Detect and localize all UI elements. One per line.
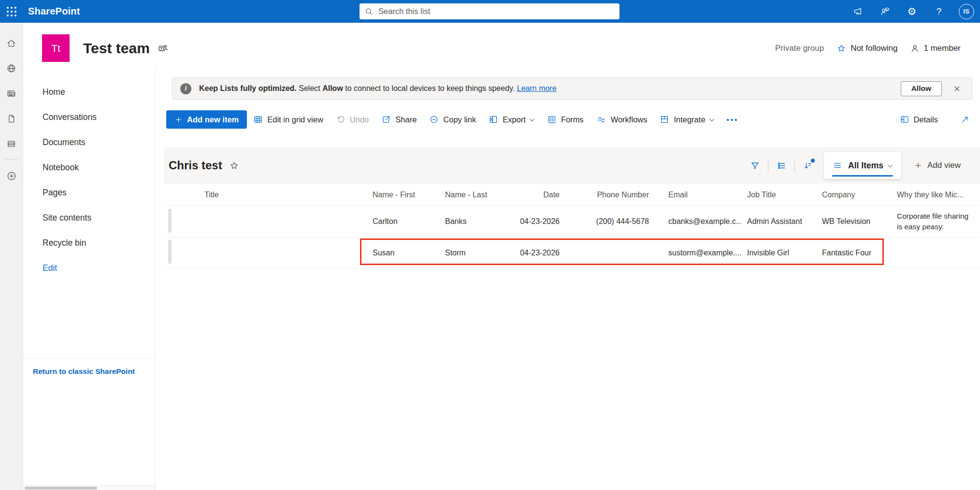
- sharepoint-page: SharePoint ⚙ ? IS Tt Test t: [0, 0, 980, 490]
- undo-button[interactable]: Undo: [330, 110, 375, 129]
- follow-label: Not following: [850, 44, 897, 53]
- view-selector-all-items[interactable]: All Items: [824, 152, 901, 179]
- cell-job-title: Admin Assistant: [741, 217, 816, 226]
- table-header-row: Title Name - First Name - Last Date Phon…: [164, 184, 980, 206]
- column-header-job-title[interactable]: Job Title: [741, 191, 816, 199]
- list-table: Title Name - First Name - Last Date Phon…: [164, 184, 980, 268]
- nav-item-documents[interactable]: Documents: [23, 130, 155, 155]
- add-new-item-button[interactable]: Add new item: [166, 110, 247, 129]
- group-by-button[interactable]: [771, 156, 792, 175]
- nav-item-site-contents[interactable]: Site contents: [23, 205, 155, 230]
- nav-item-notebook[interactable]: Notebook: [23, 155, 155, 180]
- chevron-down-icon: [888, 163, 893, 167]
- nav-horizontal-scrollbar[interactable]: [23, 485, 155, 490]
- banner-body-pre: Select: [297, 84, 322, 92]
- filter-button[interactable]: [745, 156, 765, 175]
- more-commands-button[interactable]: •••: [721, 110, 745, 129]
- integrate-icon: [660, 115, 669, 124]
- edit-grid-view-button[interactable]: Edit in grid view: [247, 110, 330, 129]
- column-header-name-last[interactable]: Name - Last: [439, 191, 502, 199]
- add-view-label: Add view: [927, 161, 961, 170]
- learn-more-link[interactable]: Learn more: [517, 84, 557, 92]
- grid-icon: [253, 115, 263, 124]
- banner-message: Keep Lists fully optimized. Select Allow…: [199, 84, 557, 93]
- nav-item-edit[interactable]: Edit: [23, 255, 155, 281]
- sort-button[interactable]: [798, 156, 818, 175]
- rail-create-button[interactable]: [0, 163, 23, 189]
- undo-label: Undo: [350, 115, 369, 124]
- share-button[interactable]: Share: [375, 110, 423, 129]
- filter-icon: [750, 161, 760, 171]
- column-header-date[interactable]: Date: [502, 191, 567, 199]
- outline-list-icon: [777, 161, 787, 171]
- app-launcher-button[interactable]: [0, 0, 23, 23]
- close-icon: [953, 85, 961, 93]
- announcements-button[interactable]: [850, 4, 865, 19]
- scrollbar-thumb[interactable]: [25, 487, 97, 490]
- divider: [768, 159, 768, 172]
- person-icon: [910, 44, 920, 53]
- command-bar: Add new item Edit in grid view Undo Shar…: [166, 108, 972, 131]
- star-icon: [836, 44, 846, 53]
- banner-body-post: to connect to local devices to keep thin…: [343, 84, 517, 92]
- nav-item-home[interactable]: Home: [23, 79, 155, 104]
- page-icon: [6, 114, 16, 124]
- chevron-down-icon: [709, 117, 714, 121]
- cell-job-title: Invisible Girl: [741, 249, 816, 257]
- banner-bold-lead: Keep Lists fully optimized.: [199, 84, 297, 92]
- suite-app-name[interactable]: SharePoint: [28, 6, 80, 17]
- copy-link-button[interactable]: Copy link: [423, 110, 482, 129]
- cell-date: 04-23-2026: [502, 249, 567, 257]
- workflows-button[interactable]: Workflows: [590, 110, 654, 129]
- site-title[interactable]: Test team: [83, 40, 150, 57]
- members-button[interactable]: 1 member: [910, 44, 961, 53]
- plus-icon: [914, 161, 922, 170]
- undo-icon: [336, 115, 346, 124]
- settings-button[interactable]: ⚙: [905, 4, 919, 19]
- integrate-button[interactable]: Integrate: [653, 110, 720, 129]
- site-logo[interactable]: Tt: [42, 34, 70, 62]
- rail-sites-button[interactable]: [0, 56, 23, 81]
- forms-icon: [547, 115, 557, 124]
- nav-item-conversations[interactable]: Conversations: [23, 104, 155, 130]
- favorite-list-button[interactable]: [229, 161, 239, 171]
- table-row[interactable]: Carlton Banks 04-23-2026 (200) 444-5678 …: [164, 206, 980, 237]
- rail-lists-button[interactable]: [0, 131, 23, 156]
- column-header-title[interactable]: Title: [183, 191, 367, 199]
- column-header-company[interactable]: Company: [816, 191, 891, 199]
- forms-button[interactable]: Forms: [541, 110, 590, 129]
- table-row-highlighted[interactable]: Susan Storm 04-23-2026 sustorm@example..…: [164, 237, 980, 268]
- workflows-label: Workflows: [611, 115, 648, 124]
- column-header-why[interactable]: Why they like Mic...: [891, 191, 980, 199]
- cell-company: Fantastic Four: [816, 249, 891, 257]
- details-button[interactable]: Details: [894, 110, 944, 129]
- nav-item-recycle-bin[interactable]: Recycle bin: [23, 230, 155, 255]
- nav-item-pages[interactable]: Pages: [23, 180, 155, 205]
- cell-name-first: Susan: [367, 249, 439, 257]
- rail-files-button[interactable]: [0, 106, 23, 131]
- search-box[interactable]: [360, 3, 620, 19]
- feedback-button[interactable]: [878, 4, 892, 19]
- cell-why: Corporate file sharing is easy peasy.: [891, 211, 980, 233]
- view-tab-label: All Items: [848, 161, 883, 171]
- add-view-button[interactable]: Add view: [914, 161, 961, 170]
- news-icon: [6, 89, 16, 99]
- column-header-email[interactable]: Email: [657, 191, 741, 199]
- column-header-phone[interactable]: Phone Number: [567, 191, 657, 199]
- fullscreen-button[interactable]: [957, 112, 972, 127]
- account-avatar[interactable]: IS: [959, 4, 974, 19]
- cell-name-last: Banks: [439, 217, 502, 226]
- rail-news-button[interactable]: [0, 81, 23, 106]
- site-nav: Home Conversations Documents Notebook Pa…: [23, 68, 156, 490]
- suite-bar: SharePoint ⚙ ? IS: [0, 0, 980, 23]
- return-classic-link[interactable]: Return to classic SharePoint: [33, 367, 135, 375]
- follow-button[interactable]: Not following: [836, 44, 897, 53]
- column-header-name-first[interactable]: Name - First: [367, 191, 439, 199]
- rail-home-button[interactable]: [0, 30, 23, 56]
- help-button[interactable]: ?: [932, 4, 946, 19]
- allow-button[interactable]: Allow: [901, 81, 942, 96]
- copy-link-icon: [429, 115, 439, 124]
- banner-close-button[interactable]: [950, 81, 964, 96]
- export-button[interactable]: Export: [482, 110, 541, 129]
- search-input[interactable]: [378, 7, 615, 16]
